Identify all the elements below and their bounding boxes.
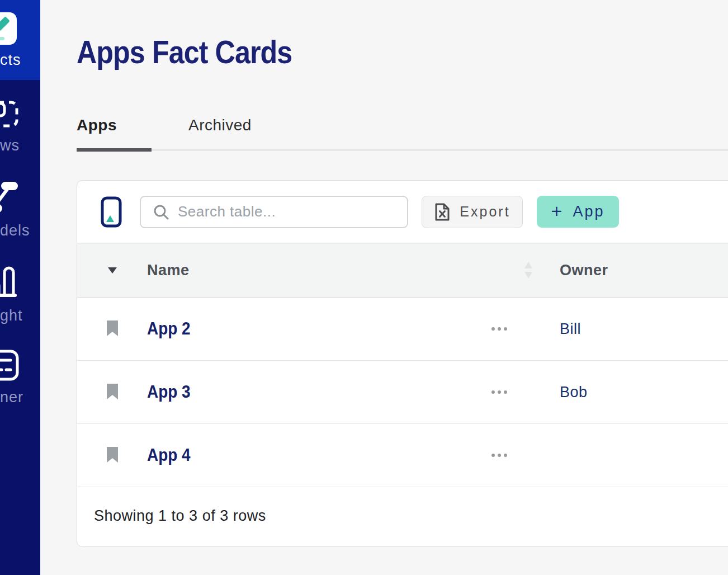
sidebar-item-models[interactable]: dels xyxy=(0,165,40,250)
app-name-link[interactable]: App 4 xyxy=(147,445,195,465)
owner-cell: Bill xyxy=(560,321,728,338)
bookmark-icon[interactable] xyxy=(106,321,119,337)
filter-dropdown-icon[interactable] xyxy=(107,267,117,274)
sidebar-item-flows[interactable]: ws xyxy=(0,80,40,165)
app-name-link[interactable]: App 2 xyxy=(147,319,195,339)
sidebar-item-label: cts xyxy=(0,51,40,69)
tab-archived[interactable]: Archived xyxy=(188,105,252,149)
sidebar-item-facts[interactable]: cts xyxy=(0,0,40,80)
add-app-button-label: App xyxy=(573,203,604,220)
table-toolbar: Export + App xyxy=(77,181,728,243)
add-app-button[interactable]: + App xyxy=(537,196,619,228)
table-row: App 2 Bill xyxy=(77,298,728,361)
export-button-label: Export xyxy=(460,204,510,220)
bookmark-icon[interactable] xyxy=(106,447,119,464)
export-button[interactable]: Export xyxy=(422,196,523,228)
search-box xyxy=(140,196,408,228)
page-title: Apps Fact Cards xyxy=(77,34,322,70)
search-icon xyxy=(153,204,169,220)
table-header-row: Name Owner xyxy=(77,243,728,298)
models-icon xyxy=(0,180,19,214)
sidebar-item-insight[interactable]: ght xyxy=(0,250,40,335)
edit-icon xyxy=(0,12,17,45)
app-name-link[interactable]: App 3 xyxy=(147,382,195,402)
search-input[interactable] xyxy=(178,203,396,220)
column-header-name[interactable]: Name xyxy=(147,262,190,279)
cards-icon xyxy=(0,350,19,381)
apps-table-card: Export + App Name Owner xyxy=(77,180,728,547)
row-menu-button[interactable] xyxy=(488,324,510,334)
table-row: App 4 xyxy=(77,424,728,487)
mobile-device-icon xyxy=(101,196,122,228)
bookmark-icon[interactable] xyxy=(106,384,119,400)
sidebar: cts ws dels ght ner xyxy=(0,0,40,575)
owner-cell: Bob xyxy=(560,384,728,401)
insight-icon xyxy=(0,265,19,299)
plus-icon: + xyxy=(551,201,564,220)
sidebar-item-label: ner xyxy=(0,389,40,406)
tab-bar: Apps Archived xyxy=(77,105,728,151)
export-file-icon xyxy=(434,202,451,221)
sidebar-item-label: ght xyxy=(0,307,40,324)
table-row-count: Showing 1 to 3 of 3 rows xyxy=(94,507,728,525)
tab-apps[interactable]: Apps xyxy=(77,105,152,149)
sort-icon[interactable] xyxy=(523,261,534,280)
table-row: App 3 Bob xyxy=(77,361,728,424)
sidebar-item-label: dels xyxy=(0,222,40,239)
sidebar-item-label: ws xyxy=(0,137,40,154)
sidebar-item-planner[interactable]: ner xyxy=(0,335,40,420)
main-content: Apps Fact Cards Apps Archived xyxy=(40,0,728,575)
row-menu-button[interactable] xyxy=(488,387,510,397)
row-menu-button[interactable] xyxy=(488,450,510,460)
flows-icon xyxy=(0,95,19,129)
column-header-owner: Owner xyxy=(560,262,608,279)
